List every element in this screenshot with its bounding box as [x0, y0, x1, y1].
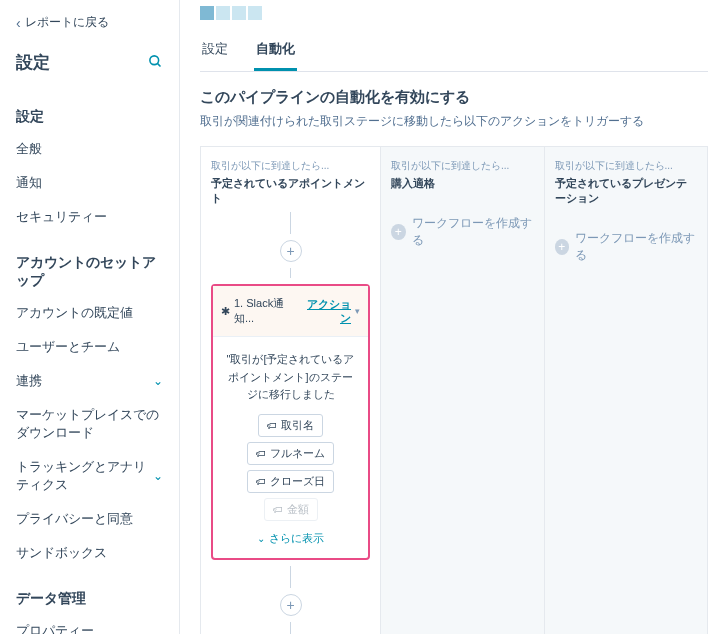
- stage-sublabel: 取引が以下に到達したら...: [555, 159, 698, 173]
- page-description: 取引が関連付けられた取引ステージに移動したら以下のアクションをトリガーする: [200, 113, 708, 130]
- svg-line-1: [157, 63, 160, 66]
- back-link[interactable]: ‹ レポートに戻る: [0, 10, 179, 45]
- back-label: レポートに戻る: [25, 14, 109, 31]
- sidebar-item[interactable]: サンドボックス: [0, 536, 179, 570]
- sidebar-title: 設定: [16, 51, 50, 74]
- create-workflow-button[interactable]: + ワークフローを作成する: [391, 215, 534, 249]
- chevron-down-icon: ⌄: [153, 469, 163, 483]
- chevron-left-icon: ‹: [16, 15, 21, 31]
- token-chip[interactable]: 🏷取引名: [258, 414, 323, 437]
- nav-section-title: 設定: [0, 98, 179, 132]
- color-palette: [200, 6, 728, 20]
- sidebar-item-label: プライバシーと同意: [16, 510, 133, 528]
- sidebar-item[interactable]: プライバシーと同意: [0, 502, 179, 536]
- sidebar-item-label: マーケットプレイスでのダウンロード: [16, 406, 163, 442]
- search-icon[interactable]: [148, 54, 163, 72]
- add-step-button[interactable]: +: [280, 594, 302, 616]
- sidebar-item-label: 全般: [16, 140, 42, 158]
- tab-automation[interactable]: 自動化: [254, 30, 297, 71]
- slack-icon: ✱: [221, 305, 230, 318]
- sidebar-item-label: セキュリティー: [16, 208, 107, 226]
- stage-title: 予定されているプレゼンテーション: [555, 176, 698, 206]
- sidebar-item-label: 連携: [16, 372, 42, 390]
- sidebar-item-label: 通知: [16, 174, 42, 192]
- token-chip[interactable]: 🏷クローズ日: [247, 470, 334, 493]
- sidebar-item[interactable]: 連携⌄: [0, 364, 179, 398]
- stage-title: 購入適格: [391, 176, 534, 191]
- show-more-link[interactable]: ⌄ さらに表示: [223, 531, 358, 546]
- sidebar-item[interactable]: トラッキングとアナリティクス⌄: [0, 450, 179, 502]
- card-message: "取引が[予定されているアポイントメント]のステージに移行しました: [223, 351, 358, 404]
- chevron-down-icon[interactable]: ▾: [355, 306, 360, 316]
- stage-sublabel: 取引が以下に到達したら...: [391, 159, 534, 173]
- chevron-down-icon: ⌄: [153, 374, 163, 388]
- sidebar-item-label: トラッキングとアナリティクス: [16, 458, 153, 494]
- sidebar-item-label: アカウントの既定値: [16, 304, 133, 322]
- stage-title: 予定されているアポイントメント: [211, 176, 370, 206]
- create-workflow-button[interactable]: + ワークフローを作成する: [555, 230, 698, 264]
- card-action-link[interactable]: アクション: [300, 297, 351, 326]
- token-chip[interactable]: 🏷フルネーム: [247, 442, 334, 465]
- tag-icon: 🏷: [256, 448, 266, 459]
- svg-point-0: [150, 55, 159, 64]
- sidebar-item[interactable]: ユーザーとチーム: [0, 330, 179, 364]
- sidebar-item[interactable]: 通知: [0, 166, 179, 200]
- sidebar-item-label: プロパティー: [16, 622, 94, 634]
- sidebar-item[interactable]: アカウントの既定値: [0, 296, 179, 330]
- sidebar-item-label: ユーザーとチーム: [16, 338, 120, 356]
- sidebar-item-label: サンドボックス: [16, 544, 107, 562]
- sidebar-item[interactable]: プロパティー: [0, 614, 179, 634]
- chevron-down-icon: ⌄: [257, 533, 265, 544]
- workflow-card[interactable]: ✱ 1. Slack通知... アクション ▾ "取引が[予定されているアポイン…: [211, 284, 370, 560]
- sidebar-item[interactable]: セキュリティー: [0, 200, 179, 234]
- plus-icon: +: [391, 224, 406, 240]
- stage-sublabel: 取引が以下に到達したら...: [211, 159, 370, 173]
- sidebar-item[interactable]: マーケットプレイスでのダウンロード: [0, 398, 179, 450]
- plus-icon: +: [555, 239, 570, 255]
- nav-section-title: アカウントのセットアップ: [0, 244, 179, 296]
- tag-icon: 🏷: [267, 420, 277, 431]
- page-title: このパイプラインの自動化を有効にする: [200, 88, 708, 107]
- tag-icon: 🏷: [273, 504, 283, 515]
- token-chip[interactable]: 🏷金額: [264, 498, 318, 521]
- add-step-button[interactable]: +: [280, 240, 302, 262]
- tag-icon: 🏷: [256, 476, 266, 487]
- sidebar-item[interactable]: 全般: [0, 132, 179, 166]
- tab-settings[interactable]: 設定: [200, 30, 230, 71]
- nav-section-title: データ管理: [0, 580, 179, 614]
- card-step-label: 1. Slack通知...: [234, 296, 300, 326]
